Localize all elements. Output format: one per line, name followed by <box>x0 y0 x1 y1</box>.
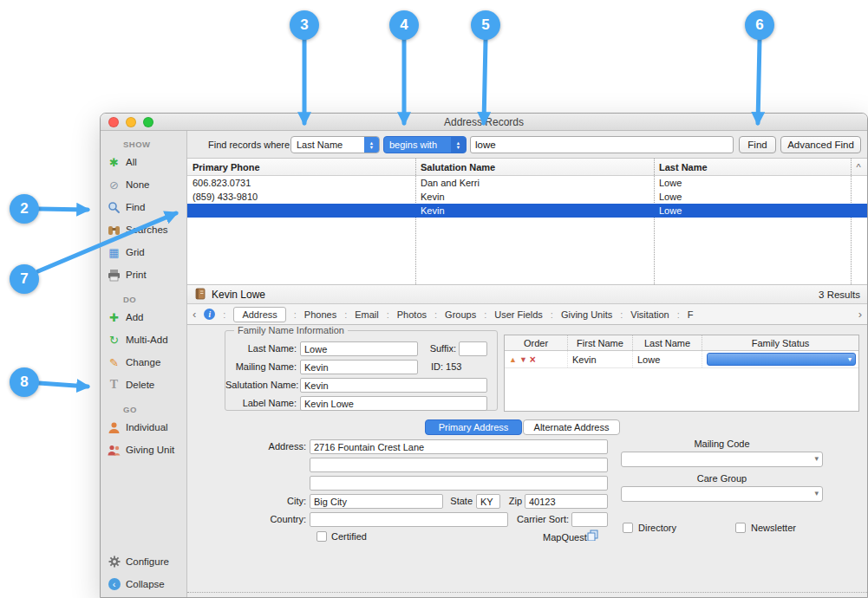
sidebar-item-find[interactable]: Find <box>101 196 186 218</box>
address-label: Address: <box>237 439 306 454</box>
country-field[interactable] <box>310 512 508 527</box>
care-group-dropdown[interactable]: ▾ <box>621 486 823 502</box>
binoculars-icon <box>107 224 121 237</box>
newsletter-checkbox[interactable] <box>735 523 746 533</box>
member-row[interactable]: ▲▼× Kevin Lowe ▾ <box>505 351 858 368</box>
advanced-find-button[interactable]: Advanced Find <box>780 136 861 153</box>
mapquest-link[interactable]: MapQuest <box>543 530 587 545</box>
result-row[interactable]: 606.823.0731 Dan and Kerri Lowe <box>187 176 867 190</box>
tab-phones[interactable]: Phones <box>304 309 336 320</box>
sidebar-item-label: Configure <box>126 556 169 567</box>
column-header-primary-phone[interactable]: Primary Phone <box>187 162 415 172</box>
carrier-sort-field[interactable] <box>571 512 608 527</box>
sidebar-item-collapse[interactable]: ‹ Collapse <box>101 573 186 595</box>
sidebar-item-add[interactable]: ✚ Add <box>101 306 186 328</box>
tab-address[interactable]: Address <box>233 307 285 322</box>
sidebar-item-change[interactable]: ✎ Change <box>101 351 186 374</box>
printer-icon <box>107 269 121 282</box>
copy-icon[interactable] <box>587 530 598 543</box>
minimize-button[interactable] <box>126 117 136 127</box>
address-line1-field[interactable] <box>310 439 608 454</box>
tab-primary-address[interactable]: Primary Address <box>425 419 522 435</box>
chevron-down-icon: ▾ <box>814 489 819 497</box>
results-header-row: Primary Phone Salutation Name Last Name … <box>187 159 867 176</box>
info-icon[interactable]: i <box>204 309 215 320</box>
tab-scroll-left-icon[interactable]: ‹ <box>193 308 196 321</box>
tab-visitation[interactable]: Visitation <box>630 309 669 320</box>
primary-phone-cell: 606.823.0731 <box>187 178 415 188</box>
remove-member-icon[interactable]: × <box>530 354 536 366</box>
sidebar-item-print[interactable]: Print <box>101 263 186 286</box>
result-row[interactable]: (859) 433-9810 Kevin Lowe <box>187 190 867 204</box>
certified-checkbox[interactable] <box>317 531 327 542</box>
address-line2-field[interactable] <box>310 458 608 472</box>
column-header-salutation-name[interactable]: Salutation Name <box>415 162 654 172</box>
state-field[interactable] <box>476 494 500 509</box>
field-selector-dropdown[interactable]: Last Name ▴▾ <box>290 136 380 153</box>
search-input[interactable] <box>470 136 734 153</box>
sidebar-item-label: Find <box>126 202 145 212</box>
mailing-code-dropdown[interactable]: ▾ <box>621 452 823 467</box>
sidebar-item-delete[interactable]: T Delete <box>101 374 186 396</box>
sidebar-item-individual[interactable]: Individual <box>101 416 186 439</box>
column-header-order: Order <box>505 335 568 350</box>
sidebar-item-none[interactable]: ⊘ None <box>101 173 186 196</box>
directory-checkbox[interactable] <box>623 523 633 533</box>
care-group-label: Care Group <box>621 471 823 486</box>
family-status-dropdown[interactable]: ▾ <box>707 353 856 366</box>
tab-scroll-right-icon[interactable]: › <box>858 308 862 321</box>
sidebar-item-giving-unit[interactable]: Giving Unit <box>101 439 186 461</box>
sidebar-item-grid[interactable]: ▦ Grid <box>101 241 186 263</box>
main-content: Find records where Last Name ▴▾ begins w… <box>187 131 867 597</box>
tab-photos[interactable]: Photos <box>397 309 427 320</box>
tab-email[interactable]: Email <box>355 309 379 320</box>
label-name-field[interactable] <box>300 396 487 411</box>
column-header-last-name[interactable]: Last Name <box>654 162 851 172</box>
chevron-up-down-icon: ▴▾ <box>364 137 379 153</box>
window-title: Address Records <box>101 116 867 128</box>
last-name-cell: Lowe <box>654 178 851 188</box>
sidebar-item-label: Change <box>126 357 160 367</box>
tab-partial[interactable]: F <box>688 309 694 320</box>
result-row-selected[interactable]: Kevin Lowe <box>187 204 867 218</box>
sidebar: SHOW ✱ All ⊘ None Find Searches <box>101 131 187 597</box>
zoom-button[interactable] <box>143 117 153 127</box>
sidebar-item-all[interactable]: ✱ All <box>101 151 186 173</box>
tab-alternate-address[interactable]: Alternate Address <box>523 419 620 435</box>
record-id-text: ID: 153 <box>431 360 461 374</box>
salutation-name-field[interactable] <box>300 378 487 393</box>
column-separator <box>851 159 852 284</box>
sort-indicator[interactable]: ^ <box>851 162 866 172</box>
zip-field[interactable] <box>525 494 608 509</box>
move-down-icon[interactable]: ▼ <box>519 355 527 364</box>
window-bottom-edge <box>187 592 867 593</box>
address-line3-field[interactable] <box>310 476 608 491</box>
operator-selector-dropdown[interactable]: begins with ▴▾ <box>383 136 467 153</box>
field-selector-value: Last Name <box>291 137 364 153</box>
tab-user-fields[interactable]: User Fields <box>494 309 543 320</box>
chevron-up-down-icon: ▴▾ <box>451 137 466 153</box>
find-button[interactable]: Find <box>739 136 776 153</box>
callout-badge-5: 5 <box>471 10 500 40</box>
grid-icon: ▦ <box>107 246 121 259</box>
sidebar-item-configure[interactable]: Configure <box>101 550 186 573</box>
sidebar-item-label: Grid <box>126 247 145 257</box>
tab-groups[interactable]: Groups <box>445 309 476 320</box>
sidebar-item-label: Add <box>126 312 143 322</box>
salutation-name-label: Salutation Name: <box>225 378 297 393</box>
sidebar-item-multi-add[interactable]: ↻ Multi-Add <box>101 328 186 351</box>
sidebar-item-label: None <box>126 179 150 190</box>
move-up-icon[interactable]: ▲ <box>509 355 517 364</box>
chevron-down-icon: ▾ <box>848 355 852 363</box>
carrier-sort-label: Carrier Sort: <box>512 512 569 527</box>
sidebar-item-searches[interactable]: Searches <box>101 218 186 241</box>
close-button[interactable] <box>108 117 119 127</box>
last-name-field[interactable] <box>300 341 418 356</box>
tab-separator: : <box>677 309 680 320</box>
city-field[interactable] <box>310 494 443 509</box>
mailing-name-field[interactable] <box>300 360 418 374</box>
suffix-field[interactable] <box>459 341 487 356</box>
city-label: City: <box>237 494 306 509</box>
tab-giving-units[interactable]: Giving Units <box>561 309 612 320</box>
state-label: State <box>445 494 473 509</box>
